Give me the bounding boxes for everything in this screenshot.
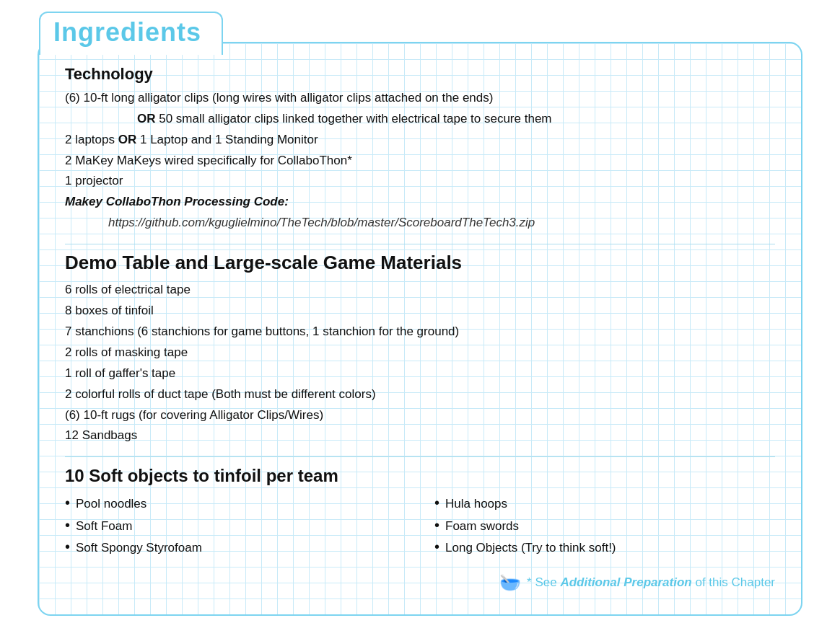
section-divider-2	[65, 456, 775, 457]
demo-item-7: (6) 10-ft rugs (for covering Alligator C…	[65, 405, 775, 426]
soft-col-2: • Hula hoops • Foam swords • Long Object…	[434, 493, 775, 560]
soft-objects-heading: 10 Soft objects to tinfoil per team	[65, 466, 775, 486]
soft-item-2: • Soft Foam	[65, 516, 406, 538]
demo-item-4: 2 rolls of masking tape	[65, 343, 775, 363]
demo-section: Demo Table and Large-scale Game Material…	[65, 252, 775, 446]
soft-item-6: • Long Objects (Try to think soft!)	[434, 537, 775, 560]
soft-objects-section: 10 Soft objects to tinfoil per team • Po…	[65, 466, 775, 560]
section-divider-1	[65, 244, 775, 244]
soft-item-4: • Hula hoops	[434, 493, 775, 516]
demo-item-8: 12 Sandbags	[65, 425, 775, 446]
footer-note: 🥣 * See Additional Preparation of this C…	[65, 573, 775, 593]
ingredients-card: Ingredients Technology (6) 10-ft long al…	[38, 42, 802, 616]
tech-code-link: https://github.com/kguglielmino/TheTech/…	[65, 213, 775, 234]
tech-item-5: 1 projector	[65, 171, 775, 192]
tech-code-label: Makey CollaboThon Processing Code:	[65, 192, 775, 213]
soft-item-3: • Soft Spongy Styrofoam	[65, 537, 406, 560]
demo-item-3: 7 stanchions (6 stanchions for game butt…	[65, 322, 775, 343]
tech-item-2: OR 50 small alligator clips linked toget…	[137, 109, 775, 130]
tech-item-1: (6) 10-ft long alligator clips (long wir…	[65, 88, 775, 109]
ingredients-tab: Ingredients	[39, 12, 223, 55]
demo-item-2: 8 boxes of tinfoil	[65, 301, 775, 322]
technology-section: Technology (6) 10-ft long alligator clip…	[65, 65, 775, 234]
demo-item-6: 2 colorful rolls of duct tape (Both must…	[65, 384, 775, 405]
soft-col-1: • Pool noodles • Soft Foam • Soft Spongy…	[65, 493, 406, 560]
mortar-icon: 🥣	[499, 573, 521, 593]
footer-text: * See Additional Preparation of this Cha…	[527, 575, 775, 590]
soft-objects-list: • Pool noodles • Soft Foam • Soft Spongy…	[65, 493, 775, 560]
demo-item-5: 1 roll of gaffer's tape	[65, 363, 775, 384]
demo-heading: Demo Table and Large-scale Game Material…	[65, 252, 775, 274]
technology-heading: Technology	[65, 65, 775, 84]
demo-item-1: 6 rolls of electrical tape	[65, 280, 775, 301]
ingredients-label: Ingredients	[53, 17, 201, 47]
page-container: Ingredients Technology (6) 10-ft long al…	[23, 6, 817, 630]
soft-item-5: • Foam swords	[434, 516, 775, 538]
soft-item-1: • Pool noodles	[65, 493, 406, 516]
tech-item-3: 2 laptops OR 1 Laptop and 1 Standing Mon…	[65, 130, 775, 151]
tech-item-4: 2 MaKey MaKeys wired specifically for Co…	[65, 151, 775, 172]
